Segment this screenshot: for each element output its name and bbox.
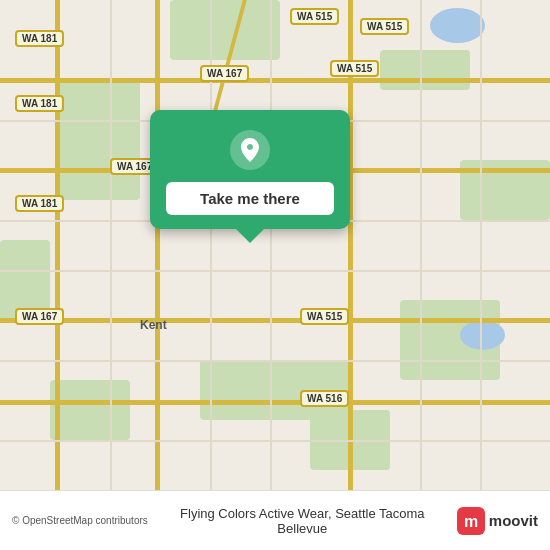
bottom-bar: © OpenStreetMap contributors Flying Colo… [0,490,550,550]
map: WA 181 WA 515 WA 515 WA 167 WA 181 WA 16… [0,0,550,490]
highway-badge-wa516: WA 516 [300,390,349,407]
road [0,360,550,362]
highway-badge-wa515-4: WA 515 [290,8,339,25]
road [0,318,550,323]
highway-badge-wa167-3: WA 167 [15,308,64,325]
moovit-heart-icon: m [457,507,485,535]
highway-badge-wa181-1: WA 181 [15,30,64,47]
highway-badge-wa181-2: WA 181 [15,95,64,112]
road [0,78,550,83]
location-popup: Take me there [150,110,350,229]
road [270,0,272,490]
road [55,0,60,490]
road [110,0,112,490]
road [0,440,550,442]
highway-badge-wa515-5: WA 515 [300,308,349,325]
green-area [170,0,280,60]
green-area [380,50,470,90]
location-info: Flying Colors Active Wear, Seattle Tacom… [148,506,457,536]
water-area [430,8,485,43]
moovit-brand-text: moovit [489,512,538,529]
road [480,0,482,490]
svg-text:m: m [464,513,478,530]
moovit-logo: m moovit [457,507,538,535]
road [155,0,160,490]
highway-badge-wa515-1: WA 515 [360,18,409,35]
green-area [50,380,130,440]
road [420,0,422,490]
highway-badge-wa515-2: WA 515 [330,60,379,77]
city-label-kent: Kent [140,318,167,332]
osm-credit: © OpenStreetMap contributors [12,515,148,526]
road [0,270,550,272]
highway-badge-wa167-1: WA 167 [200,65,249,82]
location-pin-icon [228,128,272,172]
highway-badge-wa181-3: WA 181 [15,195,64,212]
green-area [60,80,140,200]
road [0,400,550,405]
take-me-there-button[interactable]: Take me there [166,182,334,215]
water-area [460,320,505,350]
